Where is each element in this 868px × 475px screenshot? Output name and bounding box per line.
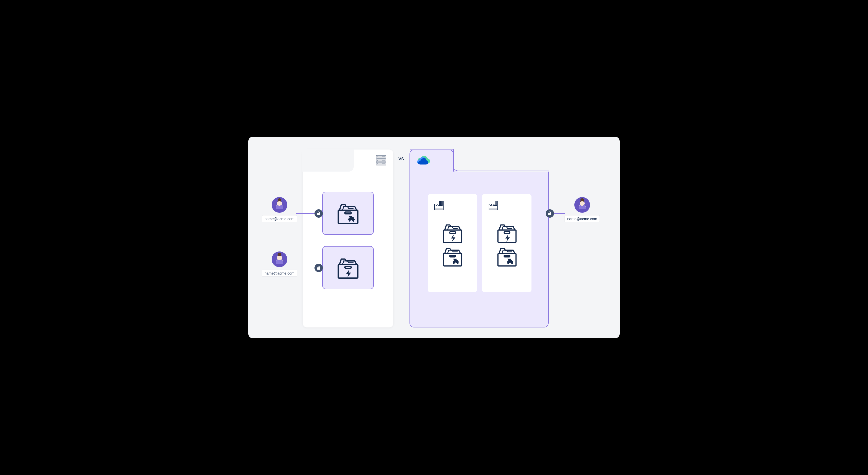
user-email-chip: name@acme.com xyxy=(262,215,297,222)
user-local-2: name@acme.com xyxy=(259,251,300,277)
local-product-bolt xyxy=(322,246,374,289)
user-email-chip: name@acme.com xyxy=(564,215,600,222)
lock-icon xyxy=(314,264,323,272)
lock-icon xyxy=(546,209,554,218)
local-panel xyxy=(303,149,393,327)
lock-icon xyxy=(314,209,323,218)
cloud-icon xyxy=(416,155,431,167)
org-card-1 xyxy=(428,194,477,292)
server-icon xyxy=(375,154,387,167)
product-box-bolt-icon xyxy=(336,256,360,279)
user-global: name@acme.com xyxy=(561,197,603,222)
global-panel xyxy=(409,149,549,327)
product-box-jira-icon xyxy=(496,245,518,267)
avatar-icon xyxy=(272,251,287,267)
product-box-bolt-icon xyxy=(441,222,464,244)
local-product-jira xyxy=(322,192,374,235)
avatar-icon xyxy=(272,197,287,213)
product-box-bolt-icon xyxy=(496,222,518,244)
diagram-canvas: Local accounts vs Global accounts xyxy=(248,137,620,338)
product-box-jira-icon xyxy=(336,202,360,225)
factory-icon xyxy=(433,200,444,211)
user-local-1: name@acme.com xyxy=(259,197,300,222)
vs-label: vs xyxy=(399,155,404,162)
factory-icon xyxy=(487,200,499,211)
avatar-icon xyxy=(574,197,590,213)
product-box-jira-icon xyxy=(441,245,464,267)
org-card-2 xyxy=(482,194,531,292)
user-email-chip: name@acme.com xyxy=(262,270,297,277)
